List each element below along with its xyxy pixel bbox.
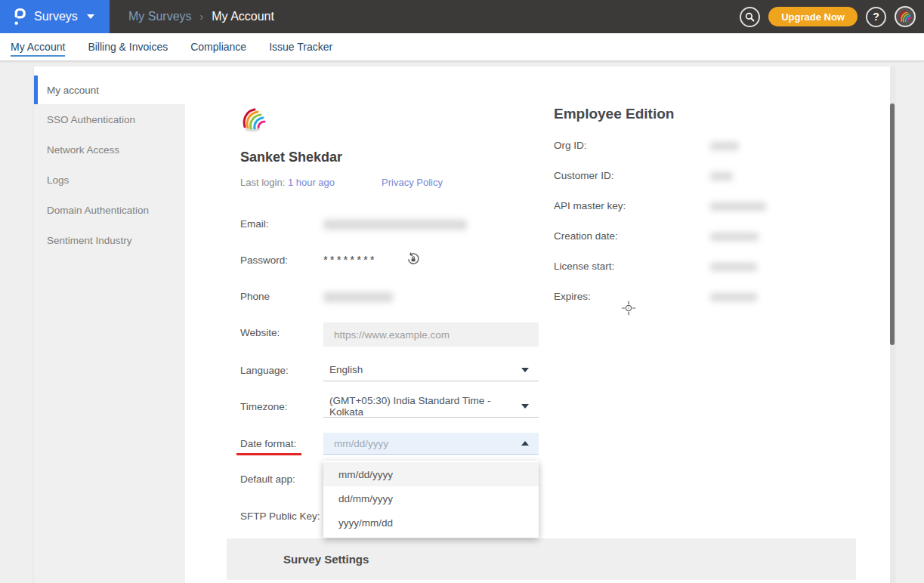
password-label: Password: xyxy=(240,254,322,266)
chevron-up-icon xyxy=(521,441,529,446)
sidebar-item-logs[interactable]: Logs xyxy=(34,165,185,195)
chevron-down-icon xyxy=(87,14,94,19)
date-format-label: Date format: xyxy=(240,438,322,449)
org-id-label: Org ID: xyxy=(554,140,675,151)
date-format-option-mm-dd-yyyy[interactable]: mm/dd/yyyy xyxy=(323,462,539,486)
breadcrumb: My Surveys › My Account xyxy=(128,0,274,33)
survey-settings-section-header[interactable]: Survey Settings xyxy=(227,538,856,580)
reset-password-icon[interactable] xyxy=(406,251,421,270)
date-format-dropdown: mm/dd/yyyy dd/mm/yyyy yyyy/mm/dd xyxy=(323,461,539,538)
api-master-key-label: API master key: xyxy=(554,200,675,211)
timezone-selected-value: (GMT+05:30) India Standard Time - Kolkat… xyxy=(329,395,521,418)
customer-id-label: Customer ID: xyxy=(554,170,675,181)
account-settings-card: My account SSO Authentication Network Ac… xyxy=(34,66,895,583)
last-login-row: Last login: 1 hour ago Privacy Policy xyxy=(240,177,443,188)
sidebar-item-network-access[interactable]: Network Access xyxy=(34,134,185,165)
tab-compliance[interactable]: Compliance xyxy=(190,41,246,53)
creation-date-label: Creation date: xyxy=(554,230,675,242)
sidebar-item-my-account[interactable]: My account xyxy=(34,76,185,104)
user-name: Sanket Shekdar xyxy=(240,150,342,165)
tab-billing-invoices[interactable]: Billing & Invoices xyxy=(88,41,168,53)
question-mark-icon: ? xyxy=(873,11,879,23)
sidebar-item-domain-authentication[interactable]: Domain Authentication xyxy=(34,195,185,225)
breadcrumb-separator: › xyxy=(200,11,204,23)
sidebar-item-sso-authentication[interactable]: SSO Authentication xyxy=(34,104,185,134)
app-menu-label: Surveys xyxy=(34,10,78,23)
date-format-select[interactable]: mm/dd/yyyy xyxy=(323,433,539,455)
settings-sidebar: My account SSO Authentication Network Ac… xyxy=(34,66,185,583)
language-selected-value: English xyxy=(329,364,363,375)
date-format-highlight-underline xyxy=(236,453,301,455)
customer-id-value-redacted xyxy=(710,172,733,180)
license-start-value-redacted xyxy=(710,263,757,271)
search-button[interactable] xyxy=(740,7,760,27)
privacy-policy-link[interactable]: Privacy Policy xyxy=(382,177,443,188)
scrollbar-thumb[interactable] xyxy=(890,103,895,345)
license-start-label: License start: xyxy=(554,261,675,272)
api-master-key-value-redacted xyxy=(710,202,766,211)
phone-label: Phone xyxy=(240,291,322,302)
expires-value-redacted xyxy=(710,293,757,301)
date-format-selected-value: mm/dd/yyyy xyxy=(334,438,388,449)
chevron-down-icon xyxy=(521,368,529,372)
survey-settings-title: Survey Settings xyxy=(283,553,369,566)
search-icon xyxy=(744,11,756,23)
account-avatar[interactable] xyxy=(895,6,916,27)
tab-my-account[interactable]: My Account xyxy=(11,41,65,53)
date-format-option-yyyy-mm-dd[interactable]: yyyy/mm/dd xyxy=(323,511,539,535)
header-actions: Upgrade Now ? xyxy=(740,0,916,33)
sftp-public-key-label: SFTP Public Key: xyxy=(240,511,322,522)
org-id-value-redacted xyxy=(710,142,739,150)
default-app-label: Default app: xyxy=(240,473,322,485)
questionpro-logo-icon xyxy=(13,7,27,26)
breadcrumb-parent-link[interactable]: My Surveys xyxy=(128,10,192,23)
last-login-label: Last login: xyxy=(240,177,285,188)
email-label: Email: xyxy=(240,218,322,230)
upgrade-now-button[interactable]: Upgrade Now xyxy=(768,7,858,26)
chevron-down-icon xyxy=(521,404,529,409)
timezone-label: Timezone: xyxy=(240,401,322,412)
email-value-redacted xyxy=(323,220,467,230)
timezone-select[interactable]: (GMT+05:30) India Standard Time - Kolkat… xyxy=(323,395,539,418)
expires-label: Expires: xyxy=(554,291,675,302)
phone-value-redacted xyxy=(323,292,393,302)
language-label: Language: xyxy=(240,365,322,376)
date-format-option-dd-mm-yyyy[interactable]: dd/mm/yyyy xyxy=(323,486,539,511)
help-button[interactable]: ? xyxy=(866,7,886,27)
colorful-globe-logo-icon xyxy=(897,8,913,25)
sidebar-item-sentiment-industry[interactable]: Sentiment Industry xyxy=(34,225,185,255)
website-label: Website: xyxy=(240,327,322,338)
app-switcher[interactable]: Surveys xyxy=(0,0,110,33)
language-select[interactable]: English xyxy=(323,359,539,381)
account-tab-bar: My Account Billing & Invoices Compliance… xyxy=(0,33,924,61)
creation-date-value-redacted xyxy=(710,233,759,241)
sidebar-spacer xyxy=(34,66,185,76)
tab-issue-tracker[interactable]: Issue Tracker xyxy=(269,41,332,53)
organization-logo-icon xyxy=(239,104,269,137)
top-header: Surveys My Surveys › My Account Upgrade … xyxy=(0,0,924,33)
edition-title: Employee Edition xyxy=(554,106,674,122)
scrollbar-track[interactable] xyxy=(890,66,895,583)
password-masked-value: ******** xyxy=(323,253,377,266)
breadcrumb-current: My Account xyxy=(212,10,274,23)
last-login-value-link[interactable]: 1 hour ago xyxy=(288,177,335,188)
crosshair-cursor-icon xyxy=(621,301,636,319)
website-input[interactable] xyxy=(323,322,539,347)
